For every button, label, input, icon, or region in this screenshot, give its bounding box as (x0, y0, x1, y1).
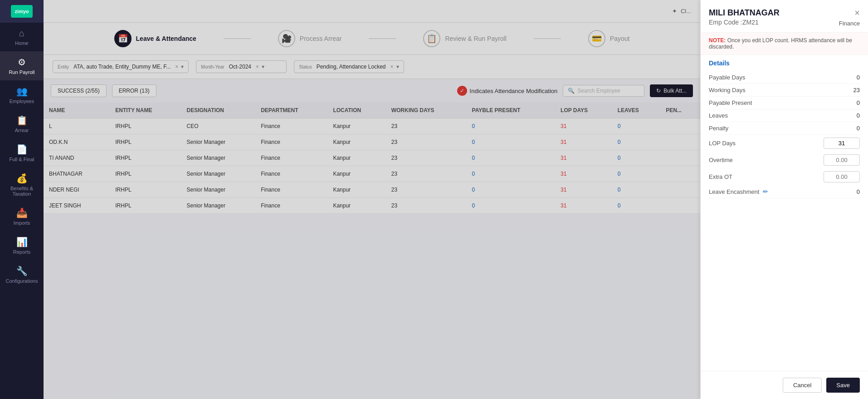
user-label: Cl... (681, 8, 691, 15)
cell-working-days: 23 (386, 166, 467, 182)
cell-department: Finance (255, 166, 327, 182)
working-days-row: Working Days 23 (709, 84, 860, 97)
table-row[interactable]: NDER NEGI IRHPL Senior Manager Finance K… (44, 182, 700, 198)
panel-emp-code: Emp Code :ZM21 (709, 19, 780, 26)
leave-encashment-label: Leave Encashment ✏ (709, 188, 768, 195)
step-process-arrear[interactable]: 🎥 Process Arrear (278, 30, 342, 47)
cell-payable-present: 0 (467, 182, 556, 198)
status-clear-icon[interactable]: × (390, 64, 393, 70)
search-box[interactable]: 🔍 Search Employee (563, 85, 644, 97)
lop-days-input[interactable] (824, 138, 860, 149)
status-filter[interactable]: Status Pending, Attendance Locked × ▾ (294, 60, 404, 73)
step-label-4: Payout (610, 35, 630, 42)
table-row[interactable]: L IRHPL CEO Finance Kanpur 23 0 31 0 (44, 118, 700, 134)
sidebar-item-configurations[interactable]: 🔧 Configurations (0, 260, 44, 289)
extra-ot-input[interactable] (824, 171, 860, 182)
cell-entity: IRHPL (110, 150, 181, 166)
close-panel-button[interactable]: × (854, 8, 860, 17)
table-row[interactable]: JEET SINGH IRHPL Senior Manager Finance … (44, 198, 700, 214)
month-year-clear-icon[interactable]: × (256, 64, 259, 70)
cell-working-days: 23 (386, 182, 467, 198)
sidebar-item-full-final[interactable]: 📄 Full & Final (0, 138, 44, 167)
cell-lop-days: 31 (555, 118, 612, 134)
entity-value: ATA, auto Trade, Entity_Dummy ME, F... (73, 64, 171, 70)
table-row[interactable]: OD.K.N IRHPL Senior Manager Finance Kanp… (44, 134, 700, 150)
entity-clear-icon[interactable]: × (175, 64, 178, 70)
cell-lop-days: 31 (555, 182, 612, 198)
error-button[interactable]: ERROR (13) (112, 84, 156, 97)
cell-department: Finance (255, 150, 327, 166)
step-payout[interactable]: 💳 Payout (588, 30, 630, 47)
cell-entity: IRHPL (110, 118, 181, 134)
cell-payable-present: 0 (467, 118, 556, 134)
status-label: Status (299, 64, 312, 69)
sidebar-item-reports[interactable]: 📊 Reports (0, 231, 44, 260)
cell-penalty (660, 166, 700, 182)
entity-label: Entity (58, 64, 69, 69)
sidebar-logo: zimyo (0, 0, 44, 23)
col-entity: ENTITY NAME (110, 103, 181, 118)
lop-days-row: LOP Days (709, 135, 860, 152)
table-row[interactable]: BHATNAGAR IRHPL Senior Manager Finance K… (44, 166, 700, 182)
overtime-input[interactable] (824, 154, 860, 166)
cell-working-days: 23 (386, 134, 467, 150)
col-lop-days: LOP DAYS (555, 103, 612, 118)
panel-title-block: MILI BHATNAGAR Emp Code :ZM21 (709, 8, 780, 26)
panel-employee-name: MILI BHATNAGAR (709, 8, 780, 18)
run-payroll-icon: ⚙ (18, 57, 26, 68)
overtime-label: Overtime (709, 157, 733, 163)
employees-table: NAME ENTITY NAME DESIGNATION DEPARTMENT … (44, 103, 700, 214)
details-title: Details (709, 59, 860, 67)
month-year-label: Month-Year (201, 64, 224, 69)
cell-penalty (660, 182, 700, 198)
month-year-value: Oct-2024 (229, 64, 251, 70)
sidebar-item-home[interactable]: ⌂ Home (0, 23, 44, 51)
save-button[interactable]: Save (826, 378, 860, 393)
leave-encashment-value: 0 (857, 188, 860, 195)
step-review-run-payroll[interactable]: 📋 Review & Run Payroll (423, 30, 506, 47)
cell-location: Kanpur (327, 198, 385, 214)
month-year-filter[interactable]: Month-Year Oct-2024 × ▾ (196, 60, 287, 73)
penalty-row: Penalty 0 (709, 122, 860, 135)
table-row[interactable]: TI ANAND IRHPL Senior Manager Finance Ka… (44, 150, 700, 166)
bulk-attendance-button[interactable]: ↻ Bulk Att... (650, 84, 693, 97)
payable-present-label: Payable Present (709, 99, 752, 106)
sidebar-item-benefits-taxation[interactable]: 💰 Benefits & Taxation (0, 167, 44, 202)
cell-name: L (44, 118, 110, 134)
cell-leaves: 0 (612, 182, 660, 198)
status-chevron-icon: ▾ (396, 64, 399, 70)
cell-payable-present: 0 (467, 134, 556, 150)
cell-name: JEET SINGH (44, 198, 110, 214)
cell-location: Kanpur (327, 166, 385, 182)
right-panel: MILI BHATNAGAR Emp Code :ZM21 × Finance … (700, 0, 868, 399)
cell-location: Kanpur (327, 118, 385, 134)
cell-designation: Senior Manager (181, 198, 256, 214)
step-leave-attendance[interactable]: 📅 Leave & Attendance (114, 30, 196, 47)
step-circle-3: 📋 (423, 30, 440, 47)
step-label-2: Process Arrear (300, 35, 342, 42)
success-button[interactable]: SUCCESS (2/55) (51, 84, 107, 97)
cell-lop-days: 31 (555, 150, 612, 166)
stepper: 📅 Leave & Attendance 🎥 Process Arrear 📋 … (44, 23, 700, 55)
cell-lop-days: 31 (555, 134, 612, 150)
leaves-label: Leaves (709, 112, 728, 119)
leaves-row: Leaves 0 (709, 109, 860, 122)
search-icon: 🔍 (568, 88, 575, 94)
panel-footer: Cancel Save (701, 371, 868, 399)
entity-filter[interactable]: Entity ATA, auto Trade, Entity_Dummy ME,… (53, 60, 189, 73)
logo: zimyo (11, 5, 33, 18)
note-text: Once you edit LOP count. HRMS attendance… (709, 37, 852, 50)
penalty-value: 0 (857, 125, 860, 132)
leave-encashment-edit-icon[interactable]: ✏ (763, 188, 768, 195)
sidebar-item-employees[interactable]: 👥 Employees (0, 80, 44, 109)
lop-days-label: LOP Days (709, 140, 736, 147)
payable-days-value: 0 (857, 74, 860, 81)
note-label: NOTE: (709, 37, 726, 44)
sidebar-item-run-payroll[interactable]: ⚙ Run Payroll (0, 51, 44, 80)
cell-leaves: 0 (612, 166, 660, 182)
cancel-button[interactable]: Cancel (783, 378, 822, 393)
sidebar-item-arrear[interactable]: 📋 Arrear (0, 109, 44, 138)
penalty-label: Penalty (709, 125, 728, 132)
payable-present-row: Payable Present 0 (709, 97, 860, 109)
sidebar-item-imports[interactable]: 📥 Imports (0, 202, 44, 231)
